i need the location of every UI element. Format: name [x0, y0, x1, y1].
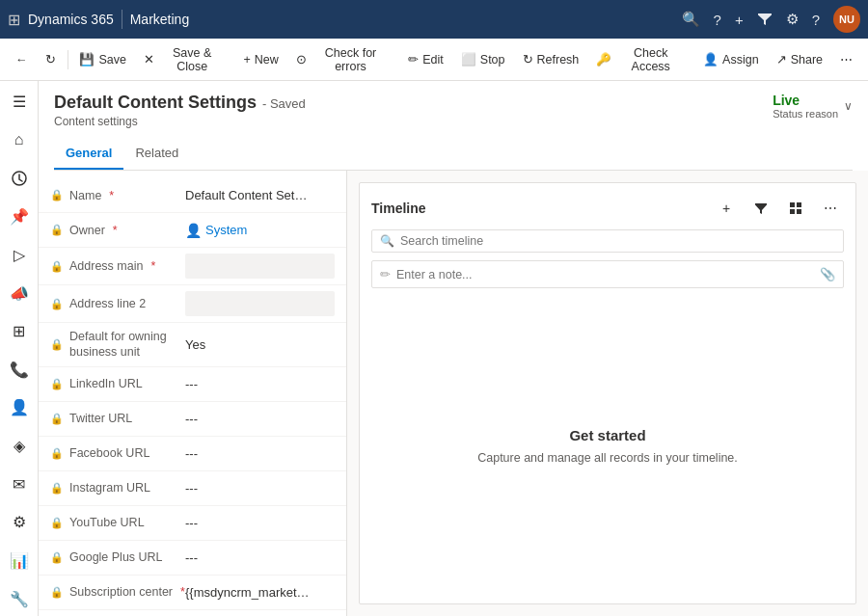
edit-button[interactable]: ✏ Edit: [400, 48, 451, 70]
saved-label: - Saved: [262, 96, 306, 111]
forward-button[interactable]: ↻: [38, 48, 64, 70]
timeline-note-input[interactable]: [396, 268, 814, 281]
field-value-facebook: ---: [185, 446, 335, 461]
field-label-facebook: 🔒 Facebook URL: [50, 446, 185, 460]
assign-button[interactable]: 👤 Assign: [695, 48, 767, 70]
refresh-icon: ↻: [523, 52, 533, 67]
field-label-twitter: 🔒 Twitter URL: [50, 412, 185, 425]
form-section: 🔒 Name * Default Content Setti... 🔒 Owne…: [39, 171, 347, 616]
nav-pinned[interactable]: 📌: [2, 200, 37, 234]
page-title-row: Default Content Settings - Saved Content…: [54, 93, 853, 128]
save-button[interactable]: 💾 Save: [71, 48, 134, 70]
timeline-filter-button[interactable]: [747, 195, 774, 222]
nav-reports[interactable]: 📊: [2, 544, 37, 578]
more-icon: ⋯: [840, 52, 853, 67]
status-area[interactable]: Live Status reason ∨: [773, 93, 853, 120]
owner-link[interactable]: 👤 System: [185, 223, 247, 238]
nav-gear[interactable]: ⚙: [2, 505, 37, 540]
module-name: Marketing: [130, 12, 189, 27]
avatar[interactable]: NU: [833, 6, 860, 33]
lock-icon-name: 🔒: [50, 189, 64, 201]
timeline-grid-button[interactable]: [782, 195, 809, 222]
field-label-default-owning: 🔒 Default for owning business unit: [50, 329, 185, 361]
field-row-youtube: 🔒 YouTube URL ---: [39, 506, 346, 541]
save-icon: 💾: [79, 52, 95, 67]
field-value-subscription: {{msdyncrm_marketingp: [185, 585, 311, 600]
top-nav-right: 🔍 ? + ⚙ ? NU: [682, 6, 860, 33]
tab-general[interactable]: General: [54, 138, 123, 170]
new-button[interactable]: + New: [235, 49, 285, 70]
tab-related[interactable]: Related: [123, 138, 190, 170]
timeline-more-button[interactable]: ⋯: [817, 195, 844, 222]
timeline-panel: Timeline + ⋯ 🔍: [359, 182, 856, 604]
add-icon[interactable]: +: [735, 12, 744, 28]
address-line2-input[interactable]: [185, 291, 335, 316]
nav-divider: [122, 10, 122, 29]
timeline-search-input[interactable]: [400, 234, 835, 248]
field-row-name: 🔒 Name * Default Content Setti...: [39, 178, 346, 213]
settings-icon[interactable]: ⚙: [786, 11, 799, 28]
check-access-icon: 🔑: [596, 52, 611, 67]
search-icon[interactable]: 🔍: [682, 11, 700, 28]
field-row-address-line2: 🔒 Address line 2: [39, 285, 346, 323]
nav-hamburger[interactable]: ☰: [2, 85, 37, 120]
check-errors-button[interactable]: ⊙ Check for errors: [288, 42, 399, 77]
field-label-name: 🔒 Name *: [50, 189, 185, 202]
field-value-linkedin: ---: [185, 377, 335, 391]
lock-icon-instagram: 🔒: [50, 482, 64, 495]
tabs: General Related: [54, 138, 853, 171]
nav-recent[interactable]: [2, 161, 37, 196]
lock-icon-subscription: 🔒: [50, 586, 64, 599]
stop-icon: ⬜: [461, 52, 476, 67]
address-main-input[interactable]: [185, 254, 335, 279]
save-close-icon: ✕: [144, 52, 154, 67]
field-value-default-owning: Yes: [185, 337, 335, 352]
brand-name: Dynamics 365: [28, 12, 114, 27]
nav-tools[interactable]: 🔧: [2, 581, 37, 616]
nav-leads[interactable]: ◈: [2, 429, 37, 464]
share-button[interactable]: ↗ Share: [769, 48, 830, 70]
field-row-forward: 🔒 Forward to a friend: [39, 610, 346, 617]
field-label-googleplus: 🔒 Google Plus URL: [50, 550, 185, 564]
filter-icon[interactable]: [757, 11, 773, 29]
lock-icon-owner: 🔒: [50, 224, 64, 236]
timeline-attach-icon[interactable]: 📎: [820, 267, 835, 281]
field-label-subscription: 🔒 Subscription center *: [50, 585, 185, 599]
check-access-button[interactable]: 🔑 Check Access: [588, 42, 693, 77]
nav-phone[interactable]: 📞: [2, 352, 37, 387]
lock-icon-linkedin: 🔒: [50, 378, 64, 390]
field-value-name: Default Content Setti...: [185, 188, 311, 202]
field-value-googleplus: ---: [185, 550, 335, 565]
timeline-header: Timeline + ⋯: [371, 195, 844, 222]
refresh-button[interactable]: ↻ Refresh: [515, 48, 587, 70]
timeline-title: Timeline: [371, 201, 426, 216]
nav-campaign[interactable]: 📣: [2, 276, 37, 310]
chevron-down-icon[interactable]: ∨: [844, 99, 853, 113]
nav-calendar[interactable]: ⊞: [2, 314, 37, 349]
field-label-youtube: 🔒 YouTube URL: [50, 516, 185, 529]
app-grid-icon[interactable]: ⊞: [8, 11, 20, 29]
help-icon[interactable]: ?: [714, 12, 721, 28]
back-icon: ←: [15, 53, 28, 67]
timeline-pencil-icon: ✏: [380, 267, 391, 281]
field-row-address-main: 🔒 Address main *: [39, 248, 346, 285]
nav-contacts[interactable]: 👤: [2, 390, 37, 425]
more-button[interactable]: ⋯: [832, 48, 860, 70]
save-close-button[interactable]: ✕ Save & Close: [136, 42, 233, 77]
back-button[interactable]: ←: [8, 49, 36, 70]
timeline-add-button[interactable]: +: [713, 195, 740, 222]
field-row-subscription: 🔒 Subscription center * {{msdyncrm_marke…: [39, 576, 346, 610]
lock-icon-googleplus: 🔒: [50, 551, 64, 564]
stop-button[interactable]: ⬜ Stop: [453, 48, 513, 70]
check-errors-icon: ⊙: [296, 52, 307, 67]
status-reason: Status reason: [773, 108, 838, 120]
lock-icon-default: 🔒: [50, 337, 64, 351]
status-info: Live Status reason: [773, 93, 838, 120]
nav-mail[interactable]: ✉: [2, 467, 37, 501]
command-bar: ← ↻ 💾 Save ✕ Save & Close + New ⊙ Check …: [0, 39, 868, 81]
nav-home[interactable]: ⌂: [2, 123, 37, 158]
nav-play[interactable]: ▷: [2, 238, 37, 273]
cmd-separator-1: [68, 50, 68, 69]
edit-icon: ✏: [408, 52, 419, 67]
question-icon[interactable]: ?: [812, 12, 820, 28]
